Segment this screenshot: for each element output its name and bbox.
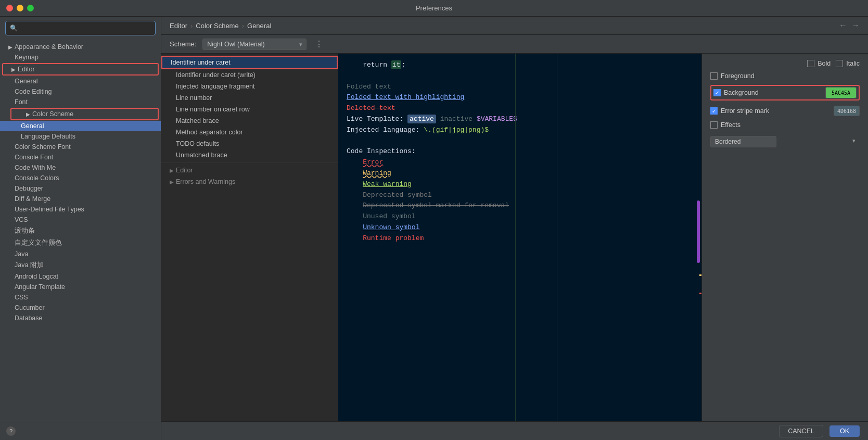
tree-item-injected-language-fragment[interactable]: Injected language fragment <box>161 81 338 92</box>
background-checkbox[interactable]: ✓ <box>713 89 721 96</box>
inspection-unknown-span: Unknown symbol <box>363 223 419 231</box>
sidebar-item-scroll-bar[interactable]: 滚动条 <box>0 225 161 237</box>
background-label: Background <box>724 89 759 96</box>
preview-panel: return it; Folded text Folded text with … <box>338 54 695 421</box>
sidebar-item-android-logcat[interactable]: Android Logcat <box>0 271 161 282</box>
breadcrumb-sep-2: › <box>242 22 244 30</box>
breadcrumb: Editor › Color Scheme › General <box>170 22 271 30</box>
scheme-select[interactable]: Night Owl (Material) <box>202 39 307 50</box>
sidebar-item-java[interactable]: Java <box>0 249 161 259</box>
error-stripe-label: Error stripe mark <box>721 107 769 115</box>
sidebar-item-angular-template[interactable]: Angular Template <box>0 282 161 292</box>
preview-scrollbar-mark-1 <box>699 274 701 276</box>
sidebar-item-console-font[interactable]: Console Font <box>0 152 161 162</box>
inspection-runtime-span: Runtime problem <box>363 234 424 242</box>
preview-scrollbar-thumb[interactable] <box>697 200 700 263</box>
tree-item-line-number[interactable]: Line number <box>161 92 338 104</box>
nav-back-icon[interactable]: ← <box>839 21 847 30</box>
tree-item-matched-brace[interactable]: Matched brace <box>161 115 338 127</box>
effects-type-select[interactable]: Bordered Underscored Bold Underscored Un… <box>710 136 776 147</box>
cancel-button[interactable]: CANCEL <box>779 425 823 437</box>
foreground-row: Foreground <box>710 72 860 80</box>
sidebar-item-user-defined-file-types[interactable]: User-Defined File Types <box>0 204 161 215</box>
window-title: Preferences <box>416 4 452 12</box>
sidebar-item-java-addon[interactable]: Java 附加 <box>0 259 161 271</box>
sidebar-item-database[interactable]: Database <box>0 313 161 323</box>
preview-container: return it; Folded text Folded text with … <box>338 54 701 421</box>
tree-item-identifier-under-caret[interactable]: Identifier under caret <box>161 56 338 69</box>
preview-folded-highlight: Folded text with highlighting <box>347 92 687 103</box>
tree-item-method-separator-color[interactable]: Method separator color <box>161 127 338 138</box>
preview-deprecated-line: Deprecated symbol <box>347 190 687 201</box>
maximize-button[interactable] <box>27 5 34 11</box>
sidebar-item-keymap[interactable]: Keymap <box>0 52 161 62</box>
sidebar-item-code-editing[interactable]: Code Editing <box>0 86 161 97</box>
tree-item-line-number-caret-row[interactable]: Line number on caret row <box>161 104 338 115</box>
close-button[interactable] <box>6 5 13 11</box>
sidebar-item-custom-file-color[interactable]: 自定义文件颜色 <box>0 237 161 249</box>
sidebar-item-debugger[interactable]: Debugger <box>0 183 161 194</box>
sidebar-search-box[interactable]: 🔍 <box>5 21 156 35</box>
sidebar-item-css[interactable]: CSS <box>0 292 161 303</box>
chevron-right-icon-4: ▶ <box>170 179 174 185</box>
search-input[interactable] <box>21 24 151 32</box>
nav-forward-icon[interactable]: → <box>851 21 860 30</box>
tree-item-todo-defaults[interactable]: TODO defaults <box>161 138 338 149</box>
sidebar-item-code-with-me[interactable]: Code With Me <box>0 162 161 173</box>
preview-code-line: return it; <box>347 60 687 71</box>
sidebar-item-vcs[interactable]: VCS <box>0 215 161 225</box>
sidebar-item-appearance[interactable]: ▶ Appearance & Behavior <box>0 42 161 52</box>
foreground-checkbox[interactable] <box>710 72 718 80</box>
preview-unknown-line: Unknown symbol <box>347 222 687 233</box>
minimize-button[interactable] <box>17 5 23 11</box>
italic-label: Italic <box>846 60 860 67</box>
inspection-weak-span: Weak warning <box>363 180 412 188</box>
sidebar-item-diff-merge[interactable]: Diff & Merge <box>0 194 161 204</box>
preview-error-line: Error <box>347 157 687 168</box>
breadcrumb-part-1: Editor <box>170 22 187 30</box>
background-row: ✓ Background 5AC45A <box>710 85 860 100</box>
chevron-right-icon-3: ▶ <box>170 168 174 173</box>
tree-item-unmatched-brace[interactable]: Unmatched brace <box>161 149 338 161</box>
inspection-unused-span: Unused symbol <box>363 212 415 220</box>
effects-checkbox[interactable] <box>710 121 718 129</box>
error-stripe-row: ✓ Error stripe mark 4D6168 <box>710 106 860 116</box>
error-stripe-color-swatch[interactable]: 4D6168 <box>834 106 860 116</box>
sidebar-item-color-scheme[interactable]: ▶ Color Scheme <box>10 108 159 120</box>
nav-arrows: ← → <box>839 21 860 30</box>
sidebar-item-color-scheme-general[interactable]: General <box>0 121 161 131</box>
preview-spacer-2 <box>347 136 687 147</box>
search-icon: 🔍 <box>10 24 18 32</box>
ok-button[interactable]: OK <box>829 425 860 437</box>
effects-label: Effects <box>721 121 741 129</box>
sidebar-item-general[interactable]: General <box>0 76 161 86</box>
content-area: Editor › Color Scheme › General ← → Sche… <box>161 17 868 440</box>
sidebar-item-color-scheme-font[interactable]: Color Scheme Font <box>0 142 161 152</box>
preview-scrollbar[interactable] <box>695 54 701 421</box>
inspection-error-span: Error <box>363 158 383 166</box>
background-color-swatch[interactable]: 5AC45A <box>825 87 857 98</box>
breadcrumb-part-2: Color Scheme <box>196 22 238 30</box>
sidebar-item-editor[interactable]: ▶ Editor <box>2 63 159 76</box>
sidebar-item-language-defaults[interactable]: Language Defaults <box>0 131 161 142</box>
injected-lang-span: \.(gif|jpg|png)$ <box>424 126 489 134</box>
bold-checkbox-row: Bold <box>807 60 831 67</box>
error-stripe-checkbox[interactable]: ✓ <box>710 107 718 115</box>
help-icon[interactable]: ? <box>6 426 16 436</box>
tree-divider-1 <box>161 162 338 163</box>
chevron-right-icon: ▶ <box>8 44 12 50</box>
sidebar-item-cucumber[interactable]: Cucumber <box>0 303 161 313</box>
scheme-menu-button[interactable]: ⋮ <box>313 38 325 50</box>
content-body: Identifier under caret Identifier under … <box>161 54 868 421</box>
tree-item-editor-group[interactable]: ▶ Editor <box>161 165 338 176</box>
sidebar-item-font[interactable]: Font <box>0 97 161 107</box>
tree-item-identifier-under-caret-write[interactable]: Identifier under caret (write) <box>161 69 338 81</box>
preview-folded-text: Folded text <box>347 82 687 93</box>
bold-checkbox[interactable] <box>807 60 814 67</box>
tree-item-errors-warnings-group[interactable]: ▶ Errors and Warnings <box>161 176 338 187</box>
preview-unused-line: Unused symbol <box>347 211 687 222</box>
sidebar-item-console-colors[interactable]: Console Colors <box>0 173 161 183</box>
italic-checkbox[interactable] <box>836 60 843 67</box>
preview-spacer-1 <box>347 71 687 82</box>
effects-row: Effects <box>710 121 860 129</box>
